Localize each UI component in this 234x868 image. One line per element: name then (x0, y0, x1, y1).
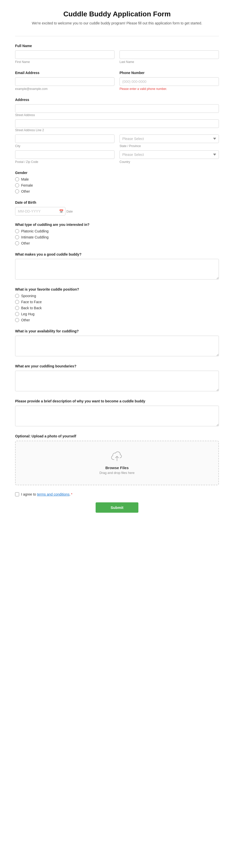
street-line2-group: Street Address Line 2 (15, 119, 219, 132)
dob-input[interactable] (15, 207, 65, 216)
dob-section: Date of Birth 📅 Date (15, 200, 219, 216)
upload-area[interactable]: Browse Files Drag and drop files here (15, 441, 219, 485)
availability-label: What is your availability for cuddling? (15, 329, 219, 333)
gender-male-radio[interactable] (15, 177, 19, 181)
form-header: Cuddle Buddy Application Form We're exci… (15, 10, 219, 26)
state-label: State / Province (120, 144, 219, 148)
gender-label: Gender (15, 171, 219, 175)
position-spooning-label: Spooning (21, 294, 36, 298)
terms-suffix: . (69, 492, 70, 496)
street-line1-label: Street Address (15, 113, 35, 117)
gender-male-option[interactable]: Male (15, 177, 219, 181)
favorite-position-radio-group: Spooning Face to Face Back to Back Leg H… (15, 294, 219, 322)
position-other-radio[interactable] (15, 318, 19, 322)
form-title: Cuddle Buddy Application Form (15, 10, 219, 18)
cuddling-platonic-option[interactable]: Platonic Cuddling (15, 229, 219, 233)
terms-checkbox[interactable] (15, 492, 19, 496)
terms-required-star: * (71, 492, 72, 496)
position-other-label: Other (21, 318, 30, 322)
position-spooning-option[interactable]: Spooning (15, 294, 219, 298)
position-back-to-back-option[interactable]: Back to Back (15, 306, 219, 310)
availability-section: What is your availability for cuddling? (15, 329, 219, 357)
terms-row: I agree to terms and conditions.* (15, 492, 219, 496)
terms-prefix: I agree to (21, 492, 37, 496)
gender-other-radio[interactable] (15, 189, 19, 193)
email-input[interactable] (15, 77, 114, 86)
dob-field-label: Date (66, 210, 73, 213)
state-select[interactable]: Please Select (120, 134, 219, 143)
last-name-input[interactable] (120, 50, 219, 59)
last-name-col: Last Name (120, 50, 219, 64)
upload-button-label: Browse Files (21, 466, 213, 470)
street-line2-label: Street Address Line 2 (15, 128, 44, 132)
postal-label: Postal / Zip Code (15, 160, 114, 164)
last-name-field-label: Last Name (120, 60, 219, 64)
position-back-to-back-radio[interactable] (15, 306, 19, 310)
country-label: Country (120, 160, 219, 164)
good-buddy-label: What makes you a good cuddle buddy? (15, 252, 219, 256)
gender-radio-group: Male Female Other (15, 177, 219, 193)
gender-female-option[interactable]: Female (15, 183, 219, 187)
city-state-row: City Please Select State / Province (15, 134, 219, 148)
position-spooning-radio[interactable] (15, 294, 19, 298)
state-col: Please Select State / Province (120, 134, 219, 148)
terms-link[interactable]: terms and conditions (37, 492, 69, 496)
good-buddy-textarea[interactable] (15, 259, 219, 280)
cuddling-intimate-label: Intimate Cuddling (21, 235, 48, 239)
availability-textarea[interactable] (15, 336, 219, 356)
postal-country-row: Postal / Zip Code Please Select Country (15, 150, 219, 164)
city-label: City (15, 144, 114, 148)
submit-wrapper: Submit (15, 502, 219, 513)
country-select[interactable]: Please Select (120, 150, 219, 159)
cuddling-platonic-label: Platonic Cuddling (21, 229, 48, 233)
cuddling-type-section: What type of cuddling are you interested… (15, 223, 219, 245)
email-phone-section: Email Address example@example.com Phone … (15, 71, 219, 91)
postal-input[interactable] (15, 150, 114, 159)
application-form: Full Name First Name Last Name Email Add… (15, 44, 219, 513)
full-name-label: Full Name (15, 44, 219, 48)
first-name-col: First Name (15, 50, 114, 64)
street-line2-input[interactable] (15, 119, 219, 128)
gender-other-option[interactable]: Other (15, 189, 219, 193)
position-leg-hug-label: Leg Hug (21, 312, 34, 316)
favorite-position-section: What is your favorite cuddle position? S… (15, 287, 219, 322)
position-leg-hug-radio[interactable] (15, 312, 19, 316)
submit-button[interactable]: Submit (96, 502, 139, 513)
city-input[interactable] (15, 134, 114, 143)
description-section: Please provide a brief description of wh… (15, 399, 219, 427)
cuddling-other-option[interactable]: Other (15, 241, 219, 245)
position-other-option[interactable]: Other (15, 318, 219, 322)
description-label: Please provide a brief description of wh… (15, 399, 219, 403)
address-section: Address Street Address Street Address Li… (15, 98, 219, 164)
position-face-to-face-option[interactable]: Face to Face (15, 300, 219, 304)
position-face-to-face-label: Face to Face (21, 300, 42, 304)
position-face-to-face-radio[interactable] (15, 300, 19, 304)
description-textarea[interactable] (15, 406, 219, 426)
dob-label: Date of Birth (15, 200, 219, 205)
boundaries-label: What are your cuddling boundaries? (15, 364, 219, 368)
cuddling-other-label: Other (21, 241, 30, 245)
cuddling-other-radio[interactable] (15, 241, 19, 245)
email-label: Email Address (15, 71, 114, 75)
street-line1-input[interactable] (15, 104, 219, 113)
upload-drag-text: Drag and drop files here (21, 471, 213, 475)
position-back-to-back-label: Back to Back (21, 306, 42, 310)
phone-label: Phone Number (120, 71, 219, 75)
first-name-input[interactable] (15, 50, 114, 59)
upload-label: Optional: Upload a photo of yourself (15, 434, 219, 438)
phone-col: Phone Number Please enter a valid phone … (120, 71, 219, 91)
cuddling-intimate-option[interactable]: Intimate Cuddling (15, 235, 219, 239)
cuddling-platonic-radio[interactable] (15, 229, 19, 233)
dob-input-wrapper: 📅 (15, 207, 65, 216)
boundaries-section: What are your cuddling boundaries? (15, 364, 219, 392)
email-field-label: example@example.com (15, 87, 114, 91)
boundaries-textarea[interactable] (15, 371, 219, 391)
phone-input[interactable] (120, 77, 219, 86)
gender-female-radio[interactable] (15, 183, 19, 187)
street-line1-group: Street Address (15, 104, 219, 117)
gender-male-label: Male (21, 177, 29, 181)
cuddling-intimate-radio[interactable] (15, 235, 19, 239)
position-leg-hug-option[interactable]: Leg Hug (15, 312, 219, 316)
good-buddy-section: What makes you a good cuddle buddy? (15, 252, 219, 280)
gender-other-label: Other (21, 189, 30, 193)
